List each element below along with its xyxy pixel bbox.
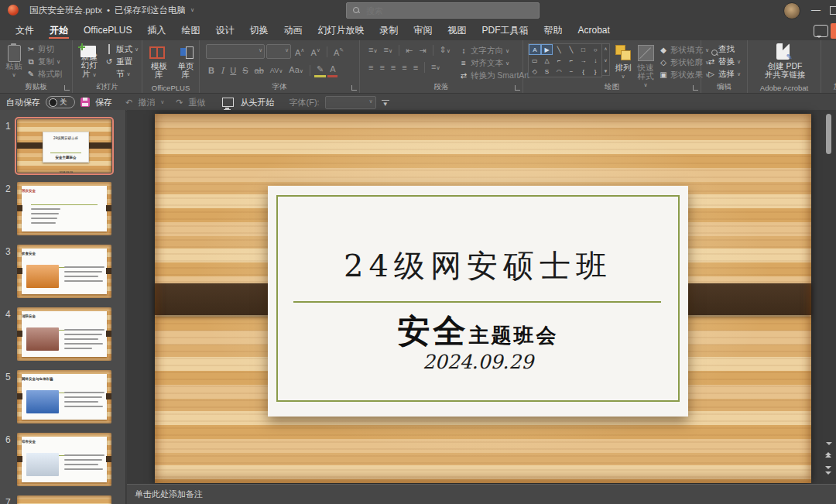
highlight-button[interactable]: ✎ bbox=[314, 63, 326, 77]
search-input[interactable] bbox=[365, 5, 507, 16]
change-case-button[interactable]: Aa∨ bbox=[286, 64, 306, 77]
menu-tab-动画[interactable]: 动画 bbox=[276, 20, 310, 40]
save-status-chevron-icon[interactable]: ∨ bbox=[190, 7, 194, 13]
redo-icon[interactable]: ↷ bbox=[176, 98, 183, 108]
align-center-button[interactable]: ≡ bbox=[377, 62, 386, 74]
font-dialog-launcher[interactable] bbox=[351, 85, 357, 91]
slide-thumbnail-6[interactable]: 宿舍安全 bbox=[17, 433, 111, 486]
clear-formatting-button[interactable]: A✎ bbox=[331, 44, 346, 59]
share-button[interactable] bbox=[831, 23, 836, 39]
font-color-button[interactable]: A bbox=[327, 63, 337, 77]
minimize-button[interactable]: — bbox=[805, 0, 827, 20]
cut-button[interactable]: ✂剪切 bbox=[26, 44, 63, 54]
paste-button[interactable]: 粘贴∨ bbox=[5, 43, 23, 79]
slide-title[interactable]: 24级网安硕士班 bbox=[268, 245, 688, 287]
numbering-button[interactable]: ≡∨ bbox=[382, 44, 396, 57]
shape-option[interactable]: ⌐ bbox=[565, 55, 577, 66]
undo-icon[interactable]: ↶ bbox=[125, 98, 132, 108]
select-button[interactable]: ▷选择∨ bbox=[707, 69, 747, 79]
decrease-font-button[interactable]: A∨ bbox=[308, 44, 322, 59]
redo-button[interactable]: 重做 bbox=[189, 97, 206, 108]
next-slide-button[interactable] bbox=[825, 467, 832, 473]
underline-button[interactable]: U bbox=[228, 65, 238, 77]
menu-tab-帮助[interactable]: 帮助 bbox=[536, 20, 570, 40]
menu-tab-幻灯片放映[interactable]: 幻灯片放映 bbox=[310, 20, 372, 40]
save-icon[interactable] bbox=[81, 98, 90, 107]
subscript-button[interactable]: ab bbox=[252, 65, 266, 77]
find-button[interactable]: 查找 bbox=[707, 44, 747, 54]
menu-tab-插入[interactable]: 插入 bbox=[139, 20, 173, 40]
page-gallery-button[interactable]: 单页库 bbox=[176, 43, 197, 79]
comments-icon[interactable] bbox=[814, 25, 828, 37]
slide-thumbnail-4[interactable]: 消防安全 bbox=[17, 307, 111, 361]
layout-button[interactable]: 版式∨ bbox=[104, 44, 139, 54]
new-slide-button[interactable]: 新建 幻灯片 ∨ bbox=[77, 43, 101, 79]
menu-tab-文件[interactable]: 文件 bbox=[8, 20, 42, 40]
strikethrough-button[interactable]: S bbox=[240, 65, 250, 77]
line-spacing-button[interactable]: ⇕∨ bbox=[437, 44, 453, 57]
italic-button[interactable]: I bbox=[218, 65, 226, 77]
menu-tab-Acrobat[interactable]: Acrobat bbox=[570, 20, 617, 40]
notes-pane[interactable]: 单击此处添加备注 bbox=[127, 484, 836, 504]
shape-option[interactable]: A bbox=[529, 44, 541, 55]
shapes-gallery[interactable]: A▶╲╲□○▭△⌐⌐→↓◇S◠~{} bbox=[528, 43, 602, 77]
menu-tab-PDF工具箱[interactable]: PDF工具箱 bbox=[474, 20, 536, 40]
qat-font-select[interactable] bbox=[325, 96, 376, 109]
shape-option[interactable]: ▭ bbox=[529, 55, 541, 66]
menu-tab-切换[interactable]: 切换 bbox=[242, 20, 276, 40]
section-button[interactable]: 节∨ bbox=[104, 69, 139, 79]
increase-indent-button[interactable]: ⇥ bbox=[416, 45, 428, 57]
shape-option[interactable]: △ bbox=[541, 55, 553, 66]
search-box[interactable] bbox=[346, 2, 540, 19]
clipboard-dialog-launcher[interactable] bbox=[64, 85, 70, 91]
menu-tab-绘图[interactable]: 绘图 bbox=[173, 20, 207, 40]
align-right-button[interactable]: ≡ bbox=[389, 62, 398, 74]
align-left-button[interactable]: ≡ bbox=[366, 62, 375, 74]
template-gallery-button[interactable]: 模板库 bbox=[149, 43, 170, 79]
qat-more-icon[interactable]: ▼ bbox=[382, 100, 389, 108]
drawing-dialog-launcher[interactable] bbox=[693, 85, 698, 91]
distribute-button[interactable]: ≡ bbox=[411, 62, 420, 74]
menu-tab-录制[interactable]: 录制 bbox=[372, 20, 406, 40]
undo-chevron-icon[interactable]: ∨ bbox=[160, 99, 164, 105]
menu-tab-审阅[interactable]: 审阅 bbox=[406, 20, 440, 40]
previous-slide-button[interactable] bbox=[825, 453, 832, 459]
bold-button[interactable]: B bbox=[206, 65, 217, 77]
format-painter-button[interactable]: ✎格式刷 bbox=[26, 69, 63, 79]
menu-tab-OfficePLUS[interactable]: OfficePLUS bbox=[76, 20, 139, 40]
character-spacing-button[interactable]: AV∨ bbox=[268, 64, 285, 77]
justify-button[interactable]: ≡ bbox=[399, 62, 409, 74]
slide-editor[interactable]: 24级网安硕士班 安全主题班会 2024.09.29 bbox=[155, 114, 811, 483]
reset-button[interactable]: ↺重置 bbox=[104, 57, 139, 67]
autosave-toggle[interactable]: 关 bbox=[46, 96, 75, 108]
shape-option[interactable]: ▶ bbox=[541, 44, 553, 55]
shape-option[interactable]: ~ bbox=[565, 66, 577, 77]
powerpoint-icon[interactable] bbox=[8, 5, 19, 15]
slide-date[interactable]: 2024.09.29 bbox=[268, 351, 688, 373]
font-size-select[interactable] bbox=[266, 44, 291, 59]
avatar[interactable] bbox=[783, 2, 800, 19]
increase-font-button[interactable]: A∧ bbox=[293, 44, 307, 59]
font-name-select[interactable] bbox=[206, 44, 265, 59]
shape-option[interactable]: → bbox=[577, 55, 590, 66]
slide-thumbnail-5[interactable]: 网络安全与电信诈骗 bbox=[17, 370, 111, 423]
save-button[interactable]: 保存 bbox=[95, 97, 112, 108]
paragraph-dialog-launcher[interactable] bbox=[515, 85, 520, 91]
shapes-gallery-scroll[interactable]: ∧∨▼ bbox=[602, 43, 610, 76]
shape-option[interactable]: ○ bbox=[589, 44, 601, 55]
menu-tab-开始[interactable]: 开始 bbox=[42, 20, 76, 40]
shape-option[interactable]: ↓ bbox=[589, 55, 601, 66]
create-pdf-button[interactable]: 创建 PDF 并共享链接 bbox=[765, 43, 806, 79]
slide-thumbnail-7[interactable] bbox=[17, 495, 111, 504]
title-card[interactable]: 24级网安硕士班 安全主题班会 2024.09.29 bbox=[268, 186, 688, 417]
copy-button[interactable]: ⧉复制∨ bbox=[26, 57, 63, 67]
slide-thumbnail-panel[interactable]: 124级网安硕士班安全主题班会2024.09.292国庆安全3饮食安全4消防安全… bbox=[0, 110, 126, 504]
decrease-indent-button[interactable]: ⇤ bbox=[403, 45, 415, 57]
shape-option[interactable]: ╲ bbox=[553, 44, 565, 55]
document-title[interactable]: 国庆安全班会.pptx bbox=[29, 5, 102, 16]
shape-option[interactable]: □ bbox=[577, 44, 590, 55]
slide-thumbnail-2[interactable]: 国庆安全 bbox=[17, 182, 111, 235]
undo-button[interactable]: 撤消 bbox=[138, 97, 155, 108]
scrollbar-thumb[interactable] bbox=[826, 114, 831, 154]
shape-option[interactable]: ◠ bbox=[553, 66, 565, 77]
